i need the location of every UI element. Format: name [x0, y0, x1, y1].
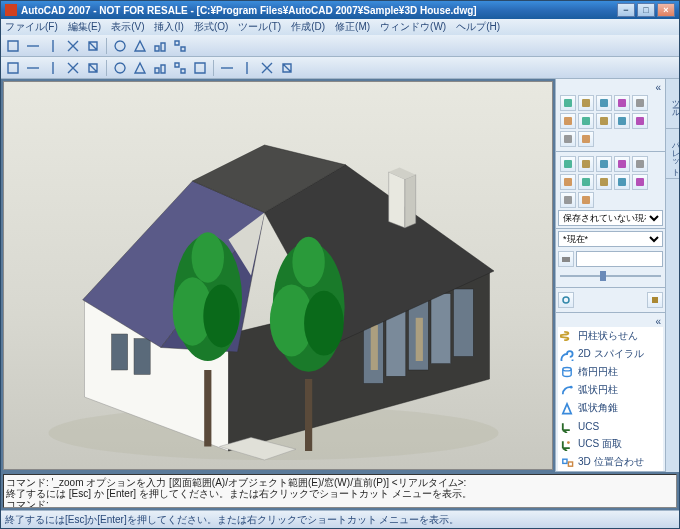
slider-thumb[interactable]: [600, 271, 606, 281]
maximize-button[interactable]: □: [637, 3, 655, 17]
svg-rect-52: [636, 178, 644, 186]
tool-item-3[interactable]: 弧状円柱: [558, 381, 663, 399]
ptool2-4[interactable]: [632, 156, 648, 172]
ptool2-11[interactable]: [578, 192, 594, 208]
slider[interactable]: [558, 267, 663, 285]
toolbar-draw-btn-9[interactable]: [191, 59, 209, 77]
ptool2-10[interactable]: [560, 192, 576, 208]
tool-item-0[interactable]: 円柱状らせん: [558, 327, 663, 345]
minimize-button[interactable]: −: [617, 3, 635, 17]
titlebar[interactable]: AutoCAD 2007 - NOT FOR RESALE - [C:¥Prog…: [1, 1, 679, 19]
panel-tools-header[interactable]: «: [558, 315, 663, 327]
svg-rect-9: [454, 289, 474, 357]
ptool2-9[interactable]: [632, 174, 648, 190]
ptool1-4[interactable]: [632, 95, 648, 111]
right-tab-1[interactable]: パレット: [666, 129, 679, 179]
view-select[interactable]: 保存されていない現在のビュー: [558, 210, 663, 226]
toolbar-draw-btn-1[interactable]: [24, 59, 42, 77]
toolbar-draw-btn-2[interactable]: [44, 59, 62, 77]
right-palette: « 保存されていない現在のビュー *現在*: [555, 79, 665, 472]
arccone-icon: [560, 401, 574, 415]
toolbar-draw-btn-11[interactable]: [238, 59, 256, 77]
panel-layer: *現在*: [556, 229, 665, 288]
ptool1-7[interactable]: [596, 113, 612, 129]
ptool2-5[interactable]: [560, 174, 576, 190]
toolbar-draw-btn-5[interactable]: [111, 59, 129, 77]
tool-item-2[interactable]: 楕円円柱: [558, 363, 663, 381]
ptool2-6[interactable]: [578, 174, 594, 190]
layer-tool-icon[interactable]: [558, 251, 574, 267]
ptool2-1[interactable]: [578, 156, 594, 172]
svg-rect-45: [600, 160, 608, 168]
toolbar-draw-btn-8[interactable]: [171, 59, 189, 77]
toolbar-draw-btn-10[interactable]: [218, 59, 236, 77]
svg-marker-17: [389, 172, 405, 228]
toolbar-std-btn-5[interactable]: [111, 37, 129, 55]
menu-item-1[interactable]: 編集(E): [68, 20, 101, 34]
spacing-input[interactable]: [576, 251, 663, 267]
tool-label: 円柱状らせん: [578, 329, 638, 343]
misc-icon-2[interactable]: [647, 292, 663, 308]
tool-item-7[interactable]: 3D 位置合わせ: [558, 453, 663, 471]
svg-point-29: [292, 237, 324, 287]
command-line[interactable]: コマンド: '_zoom オプションを入力 [図面範囲(A)/オブジェクト範囲(…: [3, 474, 677, 508]
menu-item-0[interactable]: ファイル(F): [5, 20, 58, 34]
ptool1-9[interactable]: [632, 113, 648, 129]
toolbar-draw-btn-6[interactable]: [131, 59, 149, 77]
status-text: 終了するには[Esc]か[Enter]を押してください。または右クリックでショー…: [5, 513, 675, 527]
menu-item-5[interactable]: ツール(T): [238, 20, 281, 34]
svg-marker-18: [405, 175, 416, 228]
ptool2-3[interactable]: [614, 156, 630, 172]
toolbar-std-btn-7[interactable]: [151, 37, 169, 55]
app-window: AutoCAD 2007 - NOT FOR RESALE - [C:¥Prog…: [0, 0, 680, 529]
ptool1-3[interactable]: [614, 95, 630, 111]
toolbar-std-btn-8[interactable]: [171, 37, 189, 55]
toolbar-draw-btn-7[interactable]: [151, 59, 169, 77]
toolbar-std-btn-4[interactable]: [84, 37, 102, 55]
ptool1-11[interactable]: [578, 131, 594, 147]
tool-item-5[interactable]: UCS: [558, 417, 663, 435]
layer-select[interactable]: *現在*: [558, 231, 663, 247]
toolbar-draw-btn-0[interactable]: [4, 59, 22, 77]
tool-item-6[interactable]: UCS 面取: [558, 435, 663, 453]
align-icon: [560, 455, 574, 469]
svg-rect-2: [112, 334, 128, 370]
toolbar-std-btn-2[interactable]: [44, 37, 62, 55]
tool-item-4[interactable]: 弧状角錐: [558, 399, 663, 417]
ptool2-7[interactable]: [596, 174, 612, 190]
menu-item-9[interactable]: ヘルプ(H): [456, 20, 500, 34]
toolbar-draw-btn-13[interactable]: [278, 59, 296, 77]
menu-item-8[interactable]: ウィンドウ(W): [380, 20, 446, 34]
ptool2-8[interactable]: [614, 174, 630, 190]
toolbar-draw-btn-3[interactable]: [64, 59, 82, 77]
panel-navigate: 保存されていない現在のビュー: [556, 152, 665, 229]
3d-viewport[interactable]: [3, 81, 553, 470]
panel-toolbox-header[interactable]: «: [558, 81, 663, 93]
menu-item-3[interactable]: 挿入(I): [154, 20, 183, 34]
svg-rect-62: [568, 462, 572, 466]
menu-item-7[interactable]: 修正(M): [335, 20, 370, 34]
menu-item-6[interactable]: 作成(D): [291, 20, 325, 34]
misc-icon-1[interactable]: [558, 292, 574, 308]
tool-item-1[interactable]: 2D スパイラル: [558, 345, 663, 363]
toolbar-draw-btn-12[interactable]: [258, 59, 276, 77]
ptool2-0[interactable]: [560, 156, 576, 172]
ptool1-10[interactable]: [560, 131, 576, 147]
menu-item-2[interactable]: 表示(V): [111, 20, 144, 34]
ptool1-6[interactable]: [578, 113, 594, 129]
chevron-icon: «: [655, 316, 661, 327]
ptool1-1[interactable]: [578, 95, 594, 111]
toolbar-std-btn-1[interactable]: [24, 37, 42, 55]
close-button[interactable]: ×: [657, 3, 675, 17]
ptool1-2[interactable]: [596, 95, 612, 111]
toolbar-std-btn-6[interactable]: [131, 37, 149, 55]
toolbar-draw-btn-4[interactable]: [84, 59, 102, 77]
ptool1-8[interactable]: [614, 113, 630, 129]
ptool1-0[interactable]: [560, 95, 576, 111]
right-tab-0[interactable]: ツール: [666, 79, 679, 129]
menu-item-4[interactable]: 形式(O): [194, 20, 228, 34]
toolbar-std-btn-3[interactable]: [64, 37, 82, 55]
ptool2-2[interactable]: [596, 156, 612, 172]
ptool1-5[interactable]: [560, 113, 576, 129]
toolbar-std-btn-0[interactable]: [4, 37, 22, 55]
